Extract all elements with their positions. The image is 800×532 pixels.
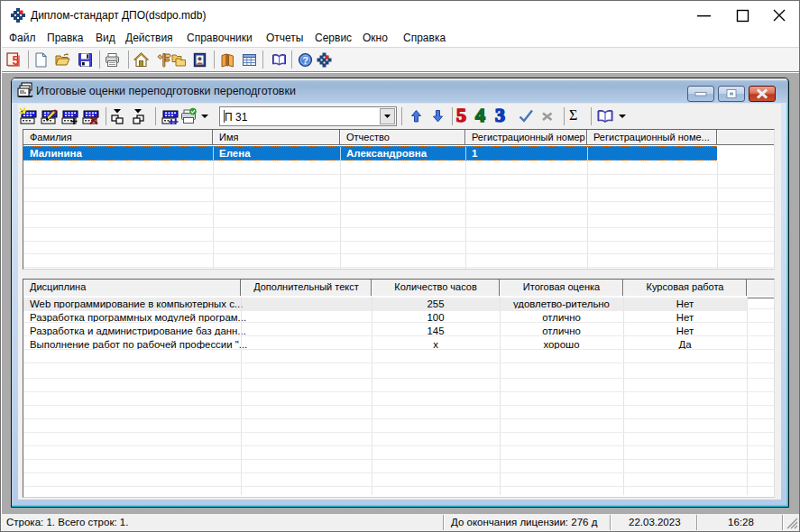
- svg-text:5: 5: [13, 53, 20, 68]
- svg-text:?: ?: [302, 55, 308, 66]
